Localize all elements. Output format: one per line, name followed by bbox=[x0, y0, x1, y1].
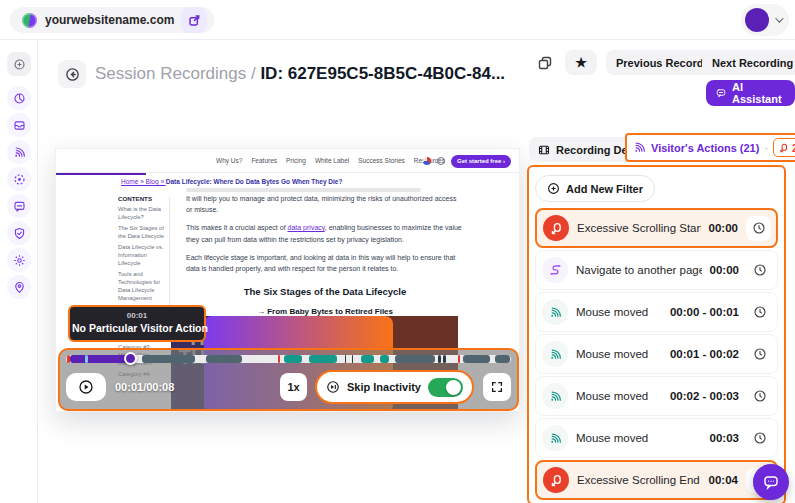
navigate-page-icon bbox=[549, 264, 562, 277]
breadcrumb: Session Recordings / bbox=[95, 64, 260, 83]
excessive-scrolling-badge[interactable]: 2 bbox=[773, 138, 795, 157]
open-website-button[interactable] bbox=[181, 7, 207, 33]
action-time: 00:00 bbox=[709, 222, 738, 234]
action-time: 00:01 - 00:02 bbox=[670, 348, 739, 360]
mouse-moved-icon bbox=[549, 306, 562, 319]
settings-gear-icon[interactable] bbox=[7, 248, 31, 272]
expand-sidebar-icon[interactable] bbox=[7, 52, 31, 76]
action-time: 00:02 - 00:03 bbox=[670, 390, 739, 402]
actions-list: Excessive Scrolling Start 00:00 Navigate… bbox=[535, 208, 778, 500]
avatar bbox=[745, 8, 769, 32]
mouse-moved-icon bbox=[549, 348, 562, 361]
copy-id-button[interactable] bbox=[537, 55, 553, 71]
heatmap-target-icon[interactable] bbox=[7, 167, 31, 191]
action-time: 00:04 bbox=[709, 474, 738, 486]
dashboard-pie-icon[interactable] bbox=[7, 86, 31, 110]
recordings-waves-icon[interactable] bbox=[7, 140, 31, 164]
toc-item: Data Lifecycle vs. Information Lifecycle bbox=[118, 244, 166, 267]
visitors-actions-panel: Add New Filter Excessive Scrolling Start… bbox=[527, 165, 786, 503]
add-new-filter-button[interactable]: Add New Filter bbox=[535, 175, 655, 202]
security-shield-icon[interactable] bbox=[7, 221, 31, 245]
fullscreen-button[interactable] bbox=[483, 373, 511, 401]
language-icon bbox=[423, 157, 431, 165]
skip-icon bbox=[326, 380, 340, 394]
action-row[interactable]: Mouse moved 00:03 bbox=[535, 418, 778, 458]
excessive-scrolling-icon bbox=[550, 222, 563, 235]
action-label: Mouse moved bbox=[576, 306, 662, 318]
page-title: Session Recordings / ID: 627E95C5-8B5C-4… bbox=[95, 64, 505, 84]
action-type-icon bbox=[542, 257, 568, 283]
mouse-moved-icon bbox=[549, 432, 562, 445]
playback-time: 00:01/00:08 bbox=[115, 381, 174, 393]
clock-icon[interactable] bbox=[747, 384, 772, 409]
tooltip-label: No Particular Visitor Action bbox=[72, 322, 202, 334]
clock-icon[interactable] bbox=[747, 258, 772, 283]
session-recording-app: yourwebsitename.com bbox=[0, 0, 795, 503]
recording-id: ID: 627E95C5-8B5C-4B0C-84... bbox=[260, 64, 505, 83]
star-icon: ★ bbox=[575, 55, 587, 70]
replay-nav-actions: Get started free › bbox=[423, 149, 511, 173]
toc-item: The Six Stages of the Data Lifecycle bbox=[118, 225, 166, 241]
replay-nav-link: White Label bbox=[315, 157, 349, 164]
replay-nav-link: Why Us? bbox=[216, 157, 242, 164]
data-privacy-link: data privacy bbox=[288, 224, 325, 231]
live-chat-fab[interactable] bbox=[753, 464, 789, 500]
favorite-button[interactable]: ★ bbox=[565, 50, 597, 75]
feedback-chat-icon[interactable] bbox=[7, 194, 31, 218]
replay-nav-link: Pricing bbox=[286, 157, 306, 164]
back-button[interactable] bbox=[58, 60, 86, 88]
action-time: 00:00 - 00:01 bbox=[670, 306, 739, 318]
excessive-scrolling-icon bbox=[550, 474, 563, 487]
action-label: Excessive Scrolling End bbox=[577, 474, 701, 486]
action-row[interactable]: Mouse moved 00:00 - 00:01 bbox=[535, 292, 778, 332]
divider bbox=[169, 197, 170, 315]
skip-inactivity-control[interactable]: Skip Inactivity bbox=[315, 370, 474, 404]
clock-icon[interactable] bbox=[746, 216, 771, 241]
website-name: yourwebsitename.com bbox=[45, 13, 174, 27]
play-button[interactable] bbox=[66, 373, 106, 401]
visitor-actions-icon bbox=[633, 141, 646, 154]
mouse-moved-icon bbox=[549, 390, 562, 403]
fullscreen-icon bbox=[490, 380, 504, 394]
action-label: Mouse moved bbox=[576, 390, 662, 402]
action-type-icon bbox=[542, 425, 568, 451]
plus-circle-icon bbox=[547, 182, 560, 195]
skip-inactivity-toggle[interactable] bbox=[428, 378, 463, 397]
action-time: 00:00 bbox=[710, 264, 739, 276]
tab-visitors-actions[interactable]: Visitor's Actions (21) · 2 bbox=[625, 133, 795, 162]
replay-nav-link: Features bbox=[251, 157, 277, 164]
action-row[interactable]: Navigate to another page 00:00 bbox=[535, 250, 778, 290]
action-row[interactable]: Excessive Scrolling End 00:04 bbox=[535, 460, 778, 500]
chat-bubble-icon bbox=[763, 474, 779, 490]
toc-item: What is the Data Lifecycle? bbox=[118, 206, 166, 222]
player-timeline[interactable] bbox=[66, 355, 511, 363]
visitor-location-icon[interactable] bbox=[7, 275, 31, 299]
sidebar bbox=[0, 40, 38, 503]
clock-icon[interactable] bbox=[747, 300, 772, 325]
playback-speed-button[interactable]: 1x bbox=[280, 373, 307, 401]
action-row[interactable]: Mouse moved 00:01 - 00:02 bbox=[535, 334, 778, 374]
action-label: Mouse moved bbox=[576, 348, 662, 360]
clipped-text-line bbox=[186, 188, 421, 192]
clock-icon[interactable] bbox=[747, 426, 772, 451]
inbox-icon[interactable] bbox=[7, 113, 31, 137]
action-type-icon bbox=[542, 299, 568, 325]
chat-icon bbox=[716, 87, 726, 99]
action-type-icon bbox=[543, 467, 569, 493]
action-label: Excessive Scrolling Start bbox=[577, 222, 701, 234]
clock-icon[interactable] bbox=[747, 342, 772, 367]
replay-article-body: It will help you to manage and protect d… bbox=[186, 193, 464, 319]
action-type-icon bbox=[542, 383, 568, 409]
user-menu[interactable] bbox=[741, 4, 789, 36]
next-recording-button[interactable]: Next Recording bbox=[702, 50, 795, 75]
action-label: Mouse moved bbox=[576, 432, 702, 444]
action-label: Navigate to another page bbox=[576, 264, 702, 276]
film-icon bbox=[538, 144, 550, 156]
playhead-handle[interactable] bbox=[124, 352, 137, 365]
action-row[interactable]: Excessive Scrolling Start 00:00 bbox=[535, 208, 778, 248]
article-heading: The Six Stages of the Data Lifecycle bbox=[186, 284, 464, 299]
ai-assistant-button[interactable]: AI Assistant bbox=[706, 80, 795, 106]
copy-icon bbox=[537, 55, 553, 71]
globe-icon bbox=[437, 157, 445, 165]
action-row[interactable]: Mouse moved 00:02 - 00:03 bbox=[535, 376, 778, 416]
